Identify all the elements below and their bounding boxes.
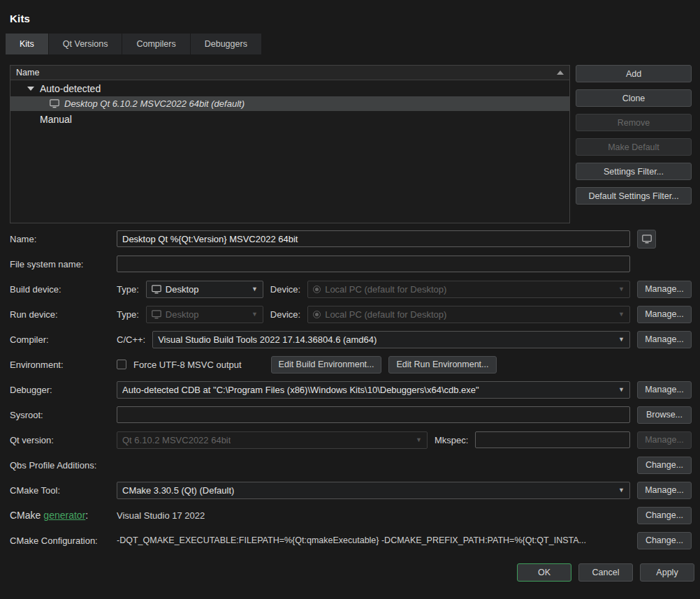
combo-value: Visual Studio Build Tools 2022 17.14.368… bbox=[158, 334, 377, 345]
tree-group-auto-detected[interactable]: Auto-detected bbox=[10, 80, 569, 96]
debugger-label: Debugger: bbox=[10, 385, 110, 395]
desktop-icon bbox=[152, 310, 161, 319]
add-button[interactable]: Add bbox=[576, 65, 692, 82]
tab-qt-versions[interactable]: Qt Versions bbox=[49, 34, 123, 54]
kit-label: Desktop Qt 6.10.2 MSVC2022 64bit (defaul… bbox=[64, 98, 245, 109]
tree-group-manual[interactable]: Manual bbox=[10, 111, 569, 127]
tree-header-label: Name bbox=[16, 68, 39, 77]
cmake-generator-value: Visual Studio 17 2022 bbox=[117, 510, 205, 521]
mkspec-input[interactable] bbox=[475, 431, 630, 448]
settings-filter-button[interactable]: Settings Filter... bbox=[576, 163, 692, 180]
combo-value: Local PC (default for Desktop) bbox=[325, 284, 446, 295]
cmake-tool-action-col: Manage... bbox=[637, 482, 692, 499]
change-cmake-generator-button[interactable]: Change... bbox=[637, 507, 692, 524]
chevron-down-icon: ▼ bbox=[618, 386, 625, 393]
form-row-sysroot: Sysroot: Browse... bbox=[10, 406, 692, 424]
generator-help-link[interactable]: generator bbox=[43, 510, 85, 521]
form-row-qbs: Qbs Profile Additions: Change... bbox=[10, 456, 692, 474]
manage-run-device-button[interactable]: Manage... bbox=[637, 306, 692, 323]
debugger-action-col: Manage... bbox=[637, 381, 692, 399]
form-row-name: Name: bbox=[10, 230, 692, 248]
tab-debuggers[interactable]: Debuggers bbox=[191, 34, 262, 54]
run-device-label: Run device: bbox=[10, 309, 110, 320]
sysroot-input[interactable] bbox=[117, 406, 630, 423]
apply-button[interactable]: Apply bbox=[640, 563, 694, 582]
compiler-cpp-label: C/C++: bbox=[117, 334, 145, 345]
manage-build-device-button[interactable]: Manage... bbox=[637, 281, 692, 298]
combo-value: Auto-detected CDB at "C:\Program Files (… bbox=[122, 385, 479, 395]
kits-tree: Name Auto-detected Desktop Qt 6.10.2 MSV… bbox=[10, 65, 570, 223]
browse-sysroot-button[interactable]: Browse... bbox=[637, 406, 692, 424]
sysroot-label: Sysroot: bbox=[10, 410, 110, 420]
make-default-button[interactable]: Make Default bbox=[576, 138, 692, 156]
qt-version-action-col: Manage... bbox=[637, 431, 692, 449]
remove-button[interactable]: Remove bbox=[576, 114, 692, 131]
tab-kits[interactable]: Kits bbox=[6, 34, 49, 54]
form-row-cmake-configuration: CMake Configuration: -DQT_QMAKE_EXECUTAB… bbox=[10, 531, 692, 549]
combo-value: Local PC (default for Desktop) bbox=[325, 309, 446, 320]
kit-name-input[interactable] bbox=[117, 230, 630, 247]
tab-bar: Kits Qt Versions Compilers Debuggers bbox=[0, 34, 700, 54]
tab-compilers[interactable]: Compilers bbox=[122, 34, 190, 54]
name-action-col bbox=[637, 230, 692, 249]
clone-button[interactable]: Clone bbox=[576, 89, 692, 107]
change-cmake-configuration-button[interactable]: Change... bbox=[637, 532, 692, 549]
qt-version-label: Qt version: bbox=[10, 435, 110, 445]
form-row-cmake-tool: CMake Tool: CMake 3.30.5 (Qt) (Default) … bbox=[10, 481, 692, 499]
combo-value: CMake 3.30.5 (Qt) (Default) bbox=[122, 485, 234, 496]
edit-build-environment-button[interactable]: Edit Build Environment... bbox=[271, 356, 382, 374]
kit-actions-column: Add Clone Remove Make Default Settings F… bbox=[576, 65, 692, 223]
sysroot-action-col: Browse... bbox=[637, 406, 692, 424]
insert-variable-button[interactable] bbox=[637, 230, 656, 249]
kit-details-form: Name: File system name: Build device: Ty… bbox=[10, 230, 692, 549]
manage-qt-versions-button[interactable]: Manage... bbox=[637, 431, 692, 449]
run-device-type-label: Type: bbox=[117, 309, 139, 320]
chevron-down-icon: ▼ bbox=[618, 487, 625, 494]
debugger-combo[interactable]: Auto-detected CDB at "C:\Program Files (… bbox=[117, 381, 630, 399]
cmake-configuration-label: CMake Configuration: bbox=[10, 535, 110, 546]
sort-ascending-icon bbox=[557, 71, 564, 75]
build-device-type-combo[interactable]: Desktop ▼ bbox=[146, 281, 263, 298]
cancel-button[interactable]: Cancel bbox=[578, 563, 633, 582]
form-row-run-device: Run device: Type: Desktop ▼ Device: Loca… bbox=[10, 305, 692, 323]
expander-down-icon[interactable] bbox=[27, 87, 34, 91]
build-device-combo[interactable]: Local PC (default for Desktop) ▼ bbox=[307, 281, 630, 298]
run-device-type-combo[interactable]: Desktop ▼ bbox=[146, 306, 263, 323]
form-row-cmake-generator: CMakegenerator: Visual Studio 17 2022 Ch… bbox=[10, 506, 692, 524]
change-qbs-profile-button[interactable]: Change... bbox=[637, 457, 692, 474]
desktop-icon bbox=[152, 285, 161, 294]
cmake-tool-combo[interactable]: CMake 3.30.5 (Qt) (Default) ▼ bbox=[117, 482, 630, 499]
qbs-action-col: Change... bbox=[637, 457, 692, 474]
cmake-configuration-action-col: Change... bbox=[637, 532, 692, 549]
manage-compilers-button[interactable]: Manage... bbox=[637, 331, 692, 348]
tree-item-default-kit[interactable]: Desktop Qt 6.10.2 MSVC2022 64bit (defaul… bbox=[10, 96, 569, 111]
edit-run-environment-button[interactable]: Edit Run Environment... bbox=[388, 356, 496, 374]
run-device-device-label: Device: bbox=[270, 309, 300, 320]
kits-list-section: Name Auto-detected Desktop Qt 6.10.2 MSV… bbox=[10, 65, 692, 223]
manage-debuggers-button[interactable]: Manage... bbox=[637, 381, 692, 399]
chevron-down-icon: ▼ bbox=[618, 336, 625, 343]
chevron-down-icon: ▼ bbox=[251, 286, 258, 293]
form-row-environment: Environment: Force UTF-8 MSVC output Edi… bbox=[10, 355, 692, 374]
compiler-label: Compiler: bbox=[10, 334, 110, 345]
file-system-name-label: File system name: bbox=[10, 259, 110, 269]
run-device-combo[interactable]: Local PC (default for Desktop) ▼ bbox=[307, 306, 630, 323]
mkspec-label: Mkspec: bbox=[435, 435, 468, 445]
tree-header-name-column[interactable]: Name bbox=[10, 66, 569, 80]
build-device-device-label: Device: bbox=[270, 284, 300, 295]
cmake-generator-action-col: Change... bbox=[637, 507, 692, 524]
qt-version-combo[interactable]: Qt 6.10.2 MSVC2022 64bit ▼ bbox=[117, 431, 428, 449]
manage-cmake-tools-button[interactable]: Manage... bbox=[637, 482, 692, 499]
ok-button[interactable]: OK bbox=[517, 563, 571, 582]
chevron-down-icon: ▼ bbox=[416, 436, 422, 443]
force-utf8-checkbox[interactable] bbox=[117, 360, 126, 369]
compiler-combo[interactable]: Visual Studio Build Tools 2022 17.14.368… bbox=[152, 331, 630, 348]
environment-label: Environment: bbox=[10, 360, 110, 370]
group-label: Manual bbox=[40, 114, 72, 125]
name-label: Name: bbox=[10, 234, 110, 244]
default-settings-filter-button[interactable]: Default Settings Filter... bbox=[576, 187, 692, 205]
build-device-action-col: Manage... bbox=[637, 281, 692, 298]
title-bar: Kits bbox=[0, 0, 700, 24]
combo-value: Qt 6.10.2 MSVC2022 64bit bbox=[122, 435, 231, 445]
file-system-name-input[interactable] bbox=[117, 256, 630, 272]
